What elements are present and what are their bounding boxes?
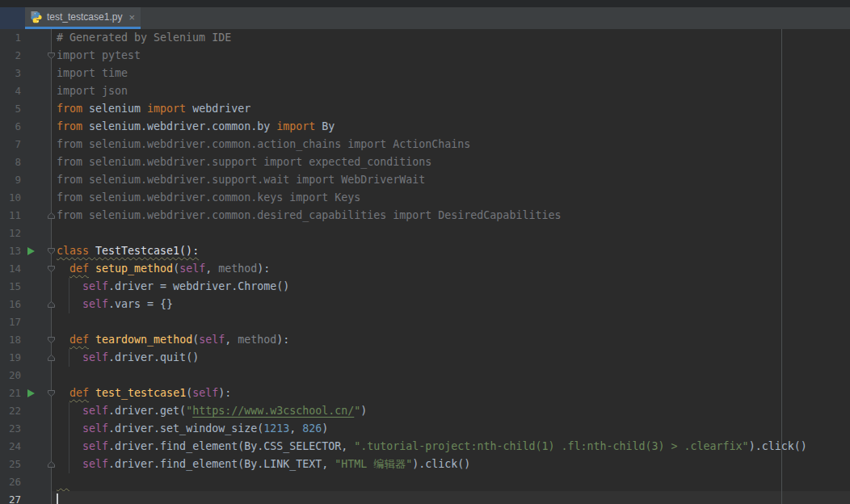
code-text[interactable]: from selenium.webdriver.common.keys impo… [52,189,850,207]
indent-guide [69,296,69,313]
gutter-cell: 27 [0,491,52,504]
indent-guide [69,349,69,367]
line-number: 22 [9,402,21,420]
code-token: .driver.set_window_size( [108,422,263,435]
code-text[interactable]: # Generated by Selenium IDE [52,29,850,47]
code-token: ).click() [749,440,807,452]
code-token: 1213 [263,422,289,435]
indent-guide [69,402,69,420]
line-number: 16 [9,296,21,313]
code-line: 2import pytest [0,47,850,65]
code-line: 6from selenium.webdriver.common.by impor… [0,118,850,136]
line-number: 2 [15,47,21,65]
code-line: 9from selenium.webdriver.support.wait im… [0,171,850,189]
gutter-cell: 1 [0,29,52,47]
gutter-cell: 16 [0,296,52,313]
gutter-cell: 24 [0,438,52,456]
code-text[interactable]: import json [52,82,850,100]
gutter-cell: 15 [0,278,52,296]
code-token: setup_method [95,262,173,275]
indent-guide [69,278,69,296]
line-number: 21 [9,384,21,402]
fold-start-icon[interactable] [47,265,56,273]
code-text[interactable]: self.driver = webdriver.Chrome() [52,278,850,296]
code-token [57,280,82,292]
code-text[interactable]: import time [52,65,850,82]
code-text[interactable]: from selenium.webdriver.common.desired_c… [52,207,850,225]
code-text[interactable]: self.driver.find_element(By.LINK_TEXT, "… [52,456,850,473]
code-token: , [225,334,238,346]
fold-start-icon[interactable] [47,52,56,60]
code-token: https://www.w3cschool.cn/ [192,405,354,417]
run-play-icon[interactable] [27,389,35,397]
code-token: .driver.find_element(By.LINK_TEXT, [108,458,335,470]
code-token: ( [173,262,179,275]
line-number: 6 [15,118,21,136]
code-text[interactable]: self.vars = {} [52,296,850,313]
gutter-cell: 21 [0,384,52,402]
run-play-icon[interactable] [27,247,35,255]
code-text[interactable]: def setup_method(self, method): [52,260,850,278]
code-line: 23 self.driver.set_window_size(1213, 826… [0,420,850,438]
code-text[interactable] [52,473,850,491]
code-text[interactable]: from selenium.webdriver.common.action_ch… [52,136,850,153]
code-token: self [82,458,108,470]
code-token: # Generated by Selenium IDE [57,32,231,44]
code-text[interactable] [52,367,850,384]
code-text[interactable]: def test_testcase1(self): [52,384,850,402]
line-number: 15 [9,278,21,296]
window-top-strip [0,0,850,7]
code-text[interactable]: from selenium.webdriver.support.wait imp… [52,171,850,189]
code-token [57,405,82,417]
code-text[interactable]: self.driver.get("https://www.w3cschool.c… [52,402,850,420]
code-line: 13class TestTestcase1(): [0,242,850,260]
code-line: 12 [0,225,850,242]
fold-start-icon[interactable] [47,389,56,397]
tab-bar-left-edge [0,7,25,29]
fold-end-icon[interactable] [47,300,56,309]
gutter-cell: 17 [0,313,52,331]
code-token: def [69,262,89,275]
fold-start-icon[interactable] [47,336,56,344]
fold-end-icon[interactable] [47,354,56,362]
code-text[interactable]: self.driver.find_element(By.CSS_SELECTOR… [52,438,850,456]
code-text[interactable]: def teardown_method(self, method): [52,331,850,349]
code-text[interactable]: import pytest [52,47,850,65]
code-token: ) [322,422,328,435]
code-text[interactable]: from selenium.webdriver.support import e… [52,153,850,171]
code-line: 16 self.vars = {} [0,296,850,313]
indent-guide [69,456,69,473]
line-number: 26 [9,473,21,491]
code-text[interactable] [52,491,850,504]
line-number: 18 [9,331,21,349]
gutter-cell: 23 [0,420,52,438]
code-token: self [82,351,108,363]
code-token: TestTestcase1(): [95,245,199,257]
code-line: 4import json [0,82,850,100]
code-text[interactable]: self.driver.set_window_size(1213, 826) [52,420,850,438]
code-line: 24 self.driver.find_element(By.CSS_SELEC… [0,438,850,456]
code-text[interactable]: from selenium import webdriver [52,100,850,118]
code-text[interactable] [52,225,850,242]
gutter-cell: 18 [0,331,52,349]
fold-start-icon[interactable] [47,247,56,255]
code-line: 27 [0,491,850,504]
line-number: 17 [9,313,21,331]
code-text[interactable]: self.driver.quit() [52,349,850,367]
line-number: 3 [15,65,21,82]
code-token [89,262,95,275]
code-token: from [57,120,82,132]
fold-end-icon[interactable] [47,212,56,220]
code-token: self [82,405,108,417]
fold-end-icon[interactable] [47,460,56,468]
code-text[interactable]: class TestTestcase1(): [52,242,850,260]
code-token: test_testcase1 [95,387,186,399]
code-token: self [179,262,205,275]
code-text[interactable] [52,313,850,331]
right-margin-guide [781,29,782,504]
tab-test-testcase1[interactable]: test_testcase1.py × [25,7,141,29]
code-token: def [69,334,89,346]
code-text[interactable]: from selenium.webdriver.common.by import… [52,118,850,136]
close-icon[interactable]: × [128,12,135,23]
code-token: self [199,334,225,346]
